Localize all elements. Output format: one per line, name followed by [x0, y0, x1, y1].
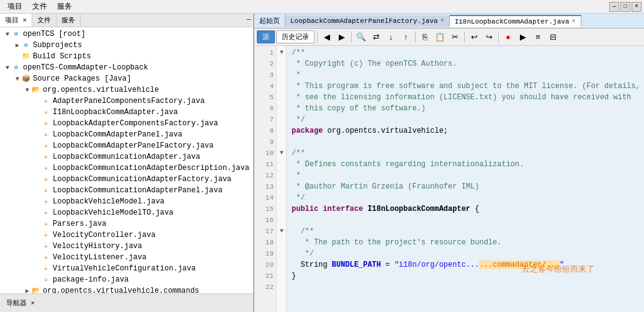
view-source-btn[interactable]: 源: [257, 30, 275, 43]
list-item[interactable]: ☕ LoopbackCommunicationAdapter.java: [0, 151, 253, 163]
menu-service[interactable]: 服务: [52, 0, 77, 13]
left-tabs: 项目 × 文件 服务 —: [0, 14, 253, 27]
tab-services[interactable]: 服务: [56, 14, 81, 27]
toolbar-btn-forward[interactable]: ▶: [335, 30, 349, 44]
icon-source-packages: 📦: [21, 74, 31, 84]
toolbar-btn-run[interactable]: ●: [501, 30, 515, 44]
line-num: 21: [254, 270, 274, 282]
toolbar-btn-cut[interactable]: ✂: [448, 30, 462, 44]
menu-file[interactable]: 文件: [27, 0, 52, 13]
tree-node-subprojects[interactable]: ▶ ⊕ Subprojects: [0, 40, 253, 51]
maximize-button[interactable]: □: [620, 2, 630, 12]
tree-node-build-scripts[interactable]: 📁 Build Scripts: [0, 51, 253, 62]
arrow-opentcs-root: ▼: [4, 31, 11, 38]
line-num: 22: [254, 282, 274, 293]
fold-btn-1[interactable]: ▼: [277, 47, 287, 58]
code-line: * @author Martin Grzenia (Fraunhofer IML…: [292, 181, 644, 192]
list-item[interactable]: ☕ VelocityHistory.java: [0, 241, 253, 252]
fold-btn-19: [277, 248, 287, 259]
fold-btn-14: [277, 192, 287, 203]
close-button[interactable]: ×: [632, 2, 642, 12]
list-item[interactable]: ☕ LoopbackCommunicationAdapterFactory.ja…: [0, 174, 253, 185]
minimize-button[interactable]: —: [609, 2, 619, 12]
fold-btn-20: [277, 259, 287, 270]
view-history-btn[interactable]: 历史记录: [276, 30, 315, 43]
fold-btn-2: [277, 58, 287, 69]
toolbar-btn-prev[interactable]: ↑: [399, 30, 413, 44]
code-line: *: [292, 69, 644, 81]
code-line: * This program is free software and subj…: [292, 81, 644, 92]
fold-btn-9: [277, 136, 287, 148]
java-file-icon: ☕: [41, 185, 51, 195]
list-item[interactable]: ☕ VelocityListener.java: [0, 252, 253, 263]
toolbar-btn-undo[interactable]: ↩: [467, 30, 481, 44]
panel-collapse-btn[interactable]: —: [244, 14, 253, 27]
tab-project[interactable]: 项目 ×: [0, 14, 32, 27]
toolbar-btn-back[interactable]: ◀: [320, 30, 334, 44]
toolbar-btn-collapse[interactable]: ⊟: [546, 30, 560, 44]
list-item[interactable]: ☕ LoopbackAdapterComponentsFactory.java: [0, 118, 253, 129]
list-item[interactable]: ☕ package-info.java: [0, 274, 253, 285]
fold-btn-10[interactable]: ▼: [277, 148, 287, 159]
list-item[interactable]: ☕ LoopbackVehicleModelTO.java: [0, 207, 253, 218]
fold-btn-5: [277, 92, 287, 103]
toolbar-sep-5: [498, 32, 499, 43]
tree-node-org-opentcs[interactable]: ▼ 📂 org.opentcs.virtualvehicle: [0, 84, 253, 96]
toolbar-sep-3: [415, 32, 416, 43]
code-line: * see the licensing information (LICENSE…: [292, 92, 644, 103]
fold-btn-4: [277, 81, 287, 92]
left-panel: 项目 × 文件 服务 — ▼ ⊕ openTCS [root] ▶ ⊕ Subp…: [0, 14, 254, 312]
tree-node-opentcs-root[interactable]: ▼ ⊕ openTCS [root]: [0, 29, 253, 40]
toolbar-btn-copy[interactable]: ⎘: [418, 30, 432, 44]
list-item[interactable]: ☕ LoopbackVehicleModel.java: [0, 196, 253, 207]
code-line: * The path to the project's resource bun…: [292, 237, 644, 248]
arrow-commadapter: ▼: [4, 65, 11, 71]
tab-loopback-factory[interactable]: LoopbackCommAdapterPanelFactory.java ×: [285, 16, 450, 27]
tab-i18n[interactable]: I18nLoopbackCommAdapter.java ×: [450, 15, 581, 27]
list-item[interactable]: ☕ LoopbackCommunicationAdapterPanel.java: [0, 185, 253, 196]
list-item[interactable]: ☕ VirtualVehicleConfiguration.java: [0, 263, 253, 274]
line-num: 12: [254, 170, 274, 181]
toolbar-btn-options[interactable]: ≡: [531, 30, 545, 44]
tab-loopback-factory-close[interactable]: ×: [441, 17, 444, 24]
tree-node-commands[interactable]: ▶ 📂 org.opentcs.virtualvehicle.commands: [0, 285, 253, 293]
java-file-icon: ☕: [41, 264, 51, 274]
code-line: */: [292, 192, 644, 203]
list-item[interactable]: ☕ LoopbackCommAdapterPanel.java: [0, 129, 253, 140]
line-num: 20: [254, 259, 274, 270]
fold-btn-17[interactable]: ▼: [277, 226, 287, 237]
line-num: 1: [254, 47, 274, 58]
label-subprojects: Subprojects: [33, 41, 82, 50]
tree-node-source-packages[interactable]: ▼ 📦 Source Packages [Java]: [0, 73, 253, 84]
list-item[interactable]: ☕ AdapterPanelComponentsFactory.java: [0, 96, 253, 107]
toolbar-btn-search[interactable]: 🔍: [354, 30, 368, 44]
tab-files[interactable]: 文件: [32, 14, 56, 27]
list-item[interactable]: ☕ I18nLoopbackCommAdapter.java: [0, 107, 253, 118]
tab-i18n-label: I18nLoopbackCommAdapter.java: [455, 18, 570, 25]
menu-project[interactable]: 项目: [2, 0, 27, 13]
toolbar-btn-redo[interactable]: ↪: [482, 30, 496, 44]
code-line: /**: [292, 226, 644, 237]
line-num: 15: [254, 203, 274, 215]
list-item[interactable]: ☕ VelocityController.java: [0, 230, 253, 241]
toolbar-btn-debug[interactable]: ▶: [516, 30, 530, 44]
list-item[interactable]: ☕ Parsers.java: [0, 218, 253, 230]
toolbar-btn-paste[interactable]: 📋: [433, 30, 447, 44]
editor-tabs: 起始页 LoopbackCommAdapterPanelFactory.java…: [254, 14, 644, 29]
toolbar-btn-replace[interactable]: ⇄: [369, 30, 383, 44]
tab-start[interactable]: 起始页: [254, 14, 285, 27]
code-line: * Defines constants regarding internatio…: [292, 159, 644, 170]
line-num: 19: [254, 248, 274, 259]
list-item[interactable]: ☕ LoopbackCommunicationAdapterDescriptio…: [0, 163, 253, 174]
tree-node-commadapter[interactable]: ▼ ⊕ openTCS-CommAdapter-Loopback: [0, 62, 253, 73]
toolbar-btn-next[interactable]: ↓: [384, 30, 398, 44]
arrow-subprojects: ▶: [14, 42, 21, 49]
icon-build-scripts: 📁: [21, 51, 31, 61]
navigator-tab[interactable]: 导航器 ×: [2, 297, 38, 309]
java-file-icon: ☕: [41, 118, 51, 128]
java-file-icon: ☕: [41, 96, 51, 106]
line-num: 3: [254, 69, 274, 81]
java-file-icon: ☕: [41, 219, 51, 229]
tab-i18n-close[interactable]: ×: [572, 18, 576, 25]
list-item[interactable]: ☕ LoopbackCommAdapterPanelFactory.java: [0, 140, 253, 151]
